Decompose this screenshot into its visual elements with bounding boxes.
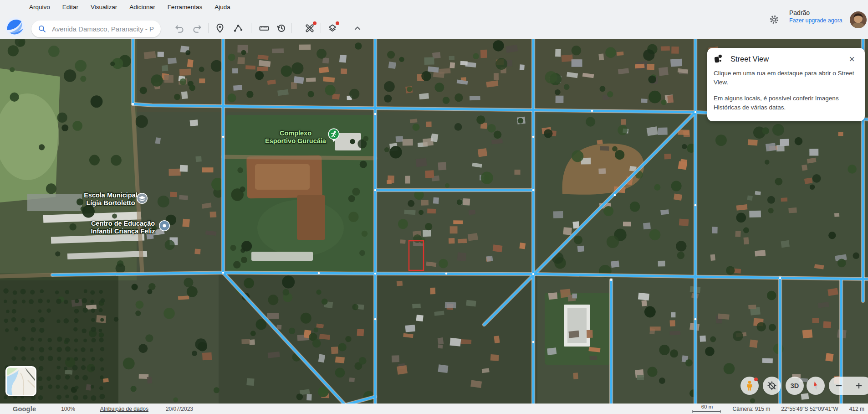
draw-tools-button[interactable] [301, 20, 318, 36]
zoom-in-icon [855, 382, 863, 389]
redo-button[interactable] [189, 20, 205, 36]
location-off-icon [766, 380, 777, 391]
street-view-panel: Street View × Clique em uma rua em desta… [707, 48, 865, 121]
toolbar-separator [291, 23, 292, 33]
ruler-icon [259, 23, 270, 34]
menu-arquivo[interactable]: Arquivo [29, 4, 50, 10]
zoom-controls [829, 377, 868, 395]
search-input[interactable] [51, 25, 161, 33]
data-attribution-link[interactable]: Atribuição de dados [100, 406, 148, 412]
toggle-3d-button[interactable]: 3D [786, 377, 804, 395]
street-view-panel-body: Clique em uma rua em destaque para abrir… [713, 69, 856, 112]
upgrade-link[interactable]: Fazer upgrade agora [789, 17, 842, 24]
path-route-icon [233, 23, 244, 34]
google-logo: Google [13, 405, 36, 413]
toolbar-separator [321, 23, 321, 33]
menu-editar[interactable]: Editar [62, 4, 78, 10]
google-earth-window: Arquivo Editar Visualizar Adicionar Ferr… [0, 0, 868, 414]
poi-label-line: Centro de Educação [91, 220, 155, 228]
path-button[interactable] [230, 20, 246, 36]
menu-bar: Arquivo Editar Visualizar Adicionar Ferr… [0, 0, 230, 14]
chevron-up-icon [352, 23, 363, 34]
toolbar-separator [251, 23, 251, 33]
imagery-date: 20/07/2023 [166, 406, 193, 412]
scale-label: 60 m [701, 404, 713, 410]
history-icon [276, 23, 287, 34]
compass-icon [810, 380, 822, 392]
pegman-streetview-button[interactable] [740, 377, 759, 395]
school-icon[interactable] [136, 192, 148, 206]
poi-label-line: Esportivo Gurucáia [265, 137, 326, 145]
menu-ajuda[interactable]: Ajuda [214, 4, 230, 10]
scale-indicator: 60 m [692, 404, 721, 414]
historical-imagery-button[interactable] [273, 20, 290, 36]
menu-ferramentas[interactable]: Ferramentas [168, 4, 203, 10]
poi-label-line: Escola Municipal [84, 191, 138, 199]
avatar[interactable] [850, 11, 867, 28]
poi-label-escola-municipal[interactable]: Escola Municipal Lígia Bortoletto [84, 191, 138, 207]
compass-button[interactable] [807, 377, 825, 395]
poi-label-complexo-esportivo[interactable]: Complexo Esportivo Gurucáia [265, 129, 326, 145]
map-style-switcher[interactable] [5, 366, 36, 396]
close-icon[interactable]: × [848, 54, 856, 64]
kindergarten-icon[interactable] [158, 220, 170, 233]
pegman-icon [745, 380, 755, 391]
street-view-hint-1: Clique em uma rua em destaque para abrir… [714, 69, 856, 88]
plan-label: Padrão [789, 9, 810, 16]
menu-visualizar[interactable]: Visualizar [91, 4, 117, 10]
status-bar: Google 100% Atribuição de dados 20/07/20… [0, 404, 868, 414]
measure-button[interactable] [256, 20, 272, 36]
search-icon [37, 24, 47, 34]
new-feature-badge [313, 21, 317, 25]
top-bar: Arquivo Editar Visualizar Adicionar Ferr… [0, 0, 868, 39]
zoom-in-button[interactable] [849, 377, 868, 395]
gear-icon [769, 14, 780, 25]
street-view-panel-header: Street View × [713, 54, 856, 64]
camera-altitude: Câmera: 915 m [732, 406, 770, 412]
search-bar [31, 21, 161, 37]
new-feature-badge [336, 21, 339, 25]
zoom-out-button[interactable] [829, 377, 849, 395]
minimap-thumbnail [7, 367, 35, 395]
layers-button[interactable] [324, 20, 341, 36]
redo-icon [192, 23, 203, 34]
poi-label-line: Lígia Bortoletto [84, 199, 138, 207]
street-view-hint-2: Em alguns locais, é possível conferir Im… [714, 94, 856, 113]
settings-button[interactable] [765, 10, 783, 29]
placemark-pin-icon [214, 23, 225, 34]
new-feature-badge [754, 378, 758, 381]
zoom-out-icon [835, 382, 842, 389]
poi-label-line: Infantil Criança Feliz [91, 228, 155, 235]
sports-pin-icon[interactable] [327, 128, 341, 145]
menu-adicionar[interactable]: Adicionar [129, 4, 155, 10]
street-view-panel-title: Street View [730, 55, 769, 63]
undo-icon [174, 23, 185, 34]
undo-button[interactable] [171, 20, 188, 36]
scale-bar [692, 410, 721, 413]
coordinates: 22°55'49"S 52°09'41"W [781, 406, 838, 412]
status-bar-right: 60 m Câmera: 915 m 22°55'49"S 52°09'41"W… [692, 404, 864, 414]
collapse-toolbar-button[interactable] [349, 20, 366, 36]
earth-logo[interactable] [5, 17, 25, 37]
my-location-button[interactable] [763, 377, 781, 395]
zoom-percentage: 100% [61, 406, 75, 412]
poi-label-line: Complexo [265, 129, 326, 137]
toolbar-separator [208, 23, 209, 33]
placemark-button[interactable] [212, 20, 228, 36]
poi-label-centro-educacao[interactable]: Centro de Educação Infantil Criança Feli… [91, 220, 155, 236]
ground-elevation: 412 m [849, 406, 864, 412]
map-viewport[interactable]: Complexo Esportivo Gurucáia Escola Munic… [0, 39, 868, 404]
street-view-logo-icon [713, 54, 723, 64]
3d-label: 3D [791, 382, 799, 389]
